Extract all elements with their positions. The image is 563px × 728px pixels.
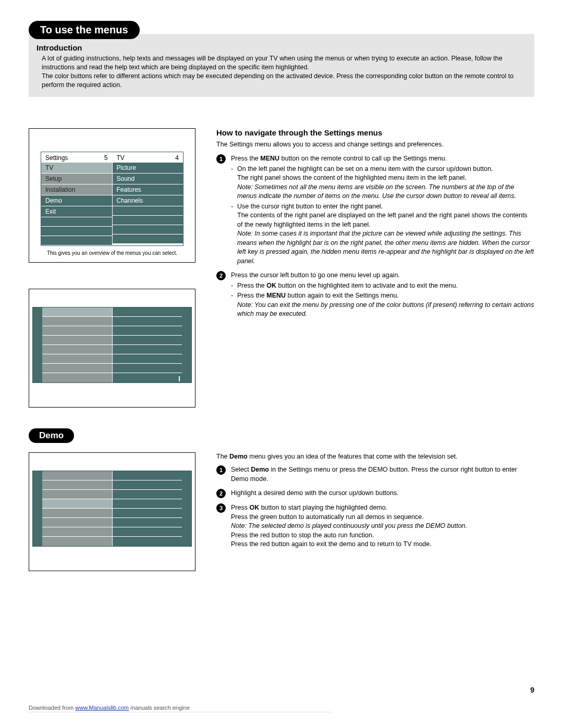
menu-caption: This gives you an overview of the menus … — [41, 246, 183, 256]
demo-step-3-note: Note: The selected demo is played contin… — [231, 522, 534, 531]
menu-item-exit: Exit — [41, 206, 112, 217]
step-2-sub-1: Press the OK button on the highlighted i… — [237, 281, 534, 291]
step-1-icon: 1 — [216, 154, 226, 164]
demo-intro: The Demo menu gives you an idea of the f… — [216, 452, 534, 462]
menu-left-title: Settings — [45, 154, 68, 162]
download-attribution: Downloaded from www.Manualslib.com manua… — [29, 705, 534, 712]
nav-intro: The Settings menu allows you to access a… — [216, 140, 534, 150]
pill-header: To use the menus — [29, 21, 534, 39]
menu-item-empty — [41, 236, 112, 245]
menu-left-count: 5 — [104, 154, 108, 162]
demo-step-3-l2: Press the green button to automatically … — [231, 513, 534, 522]
page-number: 9 — [29, 686, 534, 694]
menu-item-demo: Demo — [41, 195, 112, 206]
submenu-empty — [113, 225, 183, 235]
demo-step-1-text: Select Demo in the Settings menu or pres… — [231, 465, 534, 484]
step-1-note-1: Note: Sometimes not all the menu items a… — [237, 183, 534, 201]
submenu-sound: Sound — [113, 174, 183, 184]
intro-heading: Introduction — [36, 43, 527, 52]
menu-right-title: TV — [117, 154, 125, 162]
section-title-pill: To use the menus — [29, 21, 140, 39]
intro-paragraph-2: The color buttons refer to different act… — [42, 72, 527, 90]
menu-item-installation: Installation — [41, 184, 112, 195]
demo-step-3-l3: Press the red button to stop the auto ru… — [231, 531, 534, 540]
step-1-text: Press the MENU button on the remote cont… — [231, 154, 534, 164]
demo-step-2-text: Highlight a desired demo with the cursor… — [231, 489, 534, 498]
introduction-box: Introduction A lot of guiding instructio… — [29, 34, 534, 97]
demo-section: Demo — [29, 428, 534, 443]
step-1-sub-1: On the left panel the highlight can be s… — [237, 165, 534, 174]
step-1-note-2: Note: In some cases it is important that… — [237, 229, 534, 266]
demo-step-1-icon: 1 — [216, 465, 226, 475]
submenu-empty — [113, 206, 183, 216]
demo-step-3-text: Press OK button to start playing the hig… — [231, 503, 534, 513]
menu-item-empty — [41, 217, 112, 227]
demo-step-2-icon: 2 — [216, 489, 226, 498]
step-2-note: Note: You can exit the menu by pressing … — [237, 301, 534, 319]
nav-heading: How to navigate through the Settings men… — [216, 128, 534, 137]
blank-menu-preview-2 — [29, 452, 195, 571]
submenu-channels: Channels — [113, 195, 183, 206]
demo-pill: Demo — [29, 428, 74, 443]
blank-menu-preview-1 — [29, 289, 195, 408]
step-1-sub-1b: The right panel shows the content of the… — [237, 174, 534, 183]
menu-item-setup: Setup — [41, 174, 112, 184]
step-2-sub-2: Press the MENU button again to exit the … — [237, 291, 534, 301]
menu-item-empty — [41, 227, 112, 236]
intro-paragraph-1: A lot of guiding instructions, help text… — [42, 54, 527, 72]
step-1-sub-2: Use the cursor right button to enter the… — [237, 202, 534, 212]
menu-item-tv: TV — [41, 163, 112, 174]
menu-right-count: 4 — [175, 154, 179, 162]
submenu-picture: Picture — [113, 163, 183, 174]
manualslib-link[interactable]: www.Manualslib.com — [75, 705, 129, 711]
step-2-text: Press the cursor left button to go one m… — [231, 271, 534, 280]
submenu-empty — [113, 235, 183, 244]
step-2-icon: 2 — [216, 271, 226, 280]
submenu-features: Features — [113, 184, 183, 195]
demo-step-3-icon: 3 — [216, 503, 226, 513]
demo-step-3-l4: Press the red button again to exit the d… — [231, 540, 534, 549]
step-1-sub-2b: The contents of the right panel are disp… — [237, 211, 534, 229]
settings-menu-preview: Settings5 TV Setup Installation Demo Exi… — [29, 128, 195, 263]
submenu-empty — [113, 216, 183, 225]
